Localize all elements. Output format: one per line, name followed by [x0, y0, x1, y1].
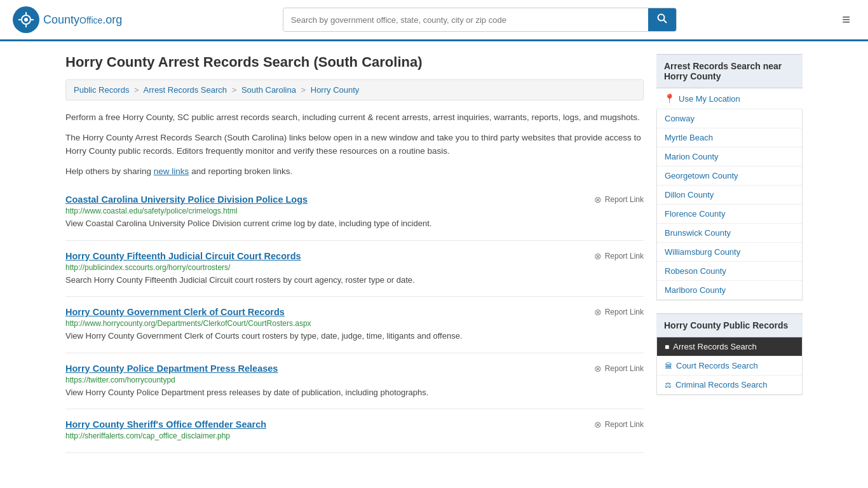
result-title-3[interactable]: Horry County Police Department Press Rel… — [65, 363, 278, 374]
nearby-link-0[interactable]: Conway — [657, 109, 802, 128]
records-item: 🏛Court Records Search — [657, 356, 802, 376]
nearby-item: Robeson County — [657, 262, 802, 281]
content-area: Horry County Arrest Records Search (Sout… — [65, 54, 644, 453]
records-link-2[interactable]: ⚖Criminal Records Search — [657, 376, 802, 394]
result-title-4[interactable]: Horry County Sheriff's Office Offender S… — [65, 419, 266, 430]
public-records-section: Horry County Public Records ■Arrest Reco… — [656, 313, 803, 395]
rec-icon: 🏛 — [665, 362, 672, 370]
report-icon: ⊗ — [594, 251, 602, 261]
nearby-item: Brunswick County — [657, 224, 802, 243]
result-header: Coastal Carolina University Police Divis… — [65, 194, 644, 205]
result-header: Horry County Government Clerk of Court R… — [65, 307, 644, 317]
description-1: Perform a free Horry County, SC public a… — [65, 111, 644, 125]
nearby-item: Williamsburg County — [657, 243, 802, 262]
report-link-0[interactable]: ⊗ Report Link — [594, 194, 644, 205]
result-desc-1: Search Horry County Fifteenth Judicial C… — [65, 274, 644, 287]
records-link-1[interactable]: 🏛Court Records Search — [657, 356, 802, 375]
results-list: Coastal Carolina University Police Divis… — [65, 184, 644, 453]
result-title-1[interactable]: Horry County Fifteenth Judicial Circuit … — [65, 251, 301, 261]
nearby-list: ConwayMyrtle BeachMarion CountyGeorgetow… — [656, 109, 803, 301]
search-button[interactable] — [648, 8, 676, 31]
logo[interactable]: CountyOffice.org — [13, 6, 122, 33]
result-header: Horry County Sheriff's Office Offender S… — [65, 419, 644, 430]
logo-name: CountyOffice.org — [43, 13, 122, 26]
nearby-link-1[interactable]: Myrtle Beach — [657, 128, 802, 147]
svg-point-7 — [658, 15, 664, 21]
nearby-item: Myrtle Beach — [657, 128, 802, 147]
result-title-2[interactable]: Horry County Government Clerk of Court R… — [65, 307, 285, 317]
svg-point-2 — [24, 18, 28, 22]
report-link-4[interactable]: ⊗ Report Link — [594, 419, 644, 430]
result-item: Horry County Government Clerk of Court R… — [65, 297, 644, 353]
site-header: CountyOffice.org ≡ — [0, 0, 868, 41]
use-location-label: Use My Location — [679, 94, 740, 104]
nearby-item: Conway — [657, 109, 802, 128]
location-icon: 📍 — [664, 93, 675, 104]
breadcrumb-arrest-records[interactable]: Arrest Records Search — [144, 85, 227, 95]
nearby-link-9[interactable]: Marlboro County — [657, 281, 802, 299]
report-icon: ⊗ — [594, 307, 602, 317]
search-bar — [283, 8, 677, 32]
breadcrumb-horry-county[interactable]: Horry County — [311, 85, 360, 95]
breadcrumb: Public Records > Arrest Records Search >… — [65, 79, 644, 100]
report-icon: ⊗ — [594, 363, 602, 374]
rec-icon: ⚖ — [665, 381, 672, 390]
nearby-link-7[interactable]: Williamsburg County — [657, 243, 802, 261]
nearby-item: Florence County — [657, 205, 802, 224]
records-link-0[interactable]: ■Arrest Records Search — [657, 337, 802, 356]
result-title-0[interactable]: Coastal Carolina University Police Divis… — [65, 194, 308, 205]
breadcrumb-south-carolina[interactable]: South Carolina — [241, 85, 296, 95]
result-item: Horry County Fifteenth Judicial Circuit … — [65, 241, 644, 297]
result-item: Horry County Sheriff's Office Offender S… — [65, 409, 644, 453]
svg-line-8 — [663, 20, 667, 24]
result-desc-0: View Coastal Carolina University Police … — [65, 217, 644, 230]
breadcrumb-public-records[interactable]: Public Records — [74, 85, 129, 95]
menu-button[interactable]: ≡ — [837, 9, 855, 30]
report-link-1[interactable]: ⊗ Report Link — [594, 251, 644, 261]
result-url-3: https://twitter.com/horrycountypd — [65, 376, 644, 384]
report-link-3[interactable]: ⊗ Report Link — [594, 363, 644, 374]
description-2: The Horry County Arrest Records Search (… — [65, 131, 644, 158]
nearby-link-4[interactable]: Dillon County — [657, 186, 802, 204]
logo-icon — [13, 6, 39, 33]
report-icon: ⊗ — [594, 194, 602, 205]
page-title: Horry County Arrest Records Search (Sout… — [65, 54, 644, 71]
result-desc-3: View Horry County Police Department pres… — [65, 386, 644, 399]
nearby-item: Marlboro County — [657, 281, 802, 300]
nearby-item: Marion County — [657, 147, 802, 166]
main-container: Horry County Arrest Records Search (Sout… — [53, 41, 815, 466]
result-header: Horry County Fifteenth Judicial Circuit … — [65, 251, 644, 261]
new-links[interactable]: new links — [154, 166, 189, 176]
nearby-title: Arrest Records Search near Horry County — [656, 54, 803, 88]
report-icon: ⊗ — [594, 419, 602, 430]
rec-icon: ■ — [665, 342, 669, 351]
result-header: Horry County Police Department Press Rel… — [65, 363, 644, 374]
result-url-1: http://publicindex.sccourts.org/horry/co… — [65, 263, 644, 272]
records-item: ⚖Criminal Records Search — [657, 376, 802, 395]
nearby-link-6[interactable]: Brunswick County — [657, 224, 802, 242]
result-url-4: http://sheriffalerts.com/cap_office_disc… — [65, 431, 644, 440]
use-location[interactable]: 📍 Use My Location — [656, 88, 803, 109]
nearby-link-3[interactable]: Georgetown County — [657, 166, 802, 185]
nearby-link-2[interactable]: Marion County — [657, 147, 802, 166]
result-item: Horry County Police Department Press Rel… — [65, 353, 644, 410]
sidebar: Arrest Records Search near Horry County … — [656, 54, 803, 453]
description-3: Help others by sharing new links and rep… — [65, 165, 644, 179]
search-input[interactable] — [283, 10, 648, 30]
records-item: ■Arrest Records Search — [657, 337, 802, 356]
nearby-section: Arrest Records Search near Horry County … — [656, 54, 803, 301]
result-url-2: http://www.horrycounty.org/Departments/C… — [65, 319, 644, 328]
result-url-0: http://www.coastal.edu/safety/police/cri… — [65, 207, 644, 215]
nearby-link-8[interactable]: Robeson County — [657, 262, 802, 280]
nearby-link-5[interactable]: Florence County — [657, 205, 802, 223]
nearby-item: Dillon County — [657, 186, 802, 205]
public-records-list: ■Arrest Records Search🏛Court Records Sea… — [656, 337, 803, 395]
result-item: Coastal Carolina University Police Divis… — [65, 184, 644, 241]
report-link-2[interactable]: ⊗ Report Link — [594, 307, 644, 317]
nearby-item: Georgetown County — [657, 166, 802, 186]
result-desc-2: View Horry County Government Clerk of Co… — [65, 330, 644, 342]
public-records-title: Horry County Public Records — [656, 313, 803, 337]
